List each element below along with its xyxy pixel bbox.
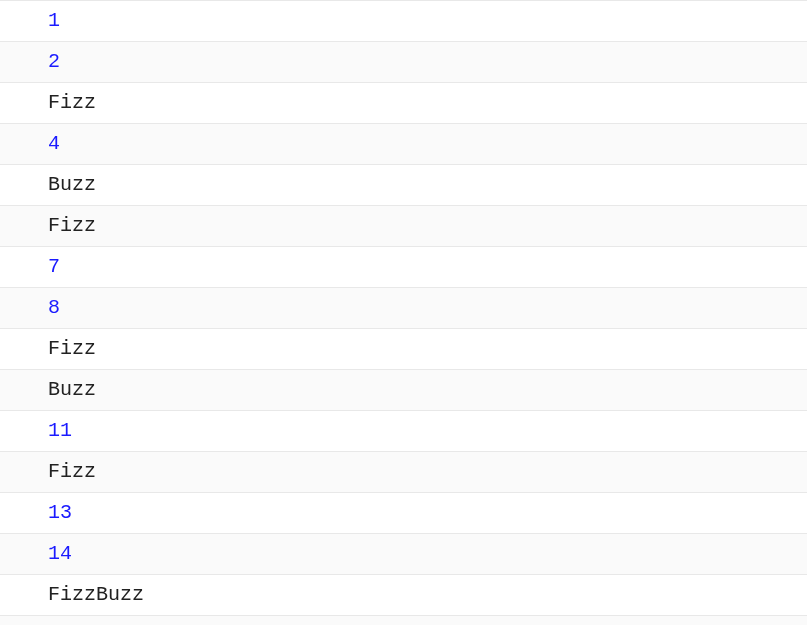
output-value: 8: [48, 296, 60, 319]
output-row: 13: [0, 493, 807, 534]
output-row: Buzz: [0, 370, 807, 411]
output-value: Buzz: [48, 173, 96, 196]
output-row: Fizz: [0, 329, 807, 370]
output-list: 1 2 Fizz 4 Buzz Fizz 7 8 Fizz Buzz 11 Fi…: [0, 0, 807, 625]
output-row: 2: [0, 42, 807, 83]
output-value: 11: [48, 419, 72, 442]
output-value: Fizz: [48, 337, 96, 360]
output-row: 4: [0, 124, 807, 165]
output-row: 7: [0, 247, 807, 288]
output-value: 1: [48, 9, 60, 32]
output-row: Fizz: [0, 83, 807, 124]
output-row: 16: [0, 616, 807, 625]
output-row: 1: [0, 0, 807, 42]
output-value: 14: [48, 542, 72, 565]
output-row: FizzBuzz: [0, 575, 807, 616]
output-value: 7: [48, 255, 60, 278]
output-value: Buzz: [48, 378, 96, 401]
output-row: Buzz: [0, 165, 807, 206]
output-value: Fizz: [48, 91, 96, 114]
output-value: 13: [48, 501, 72, 524]
output-value: Fizz: [48, 460, 96, 483]
output-row: 11: [0, 411, 807, 452]
output-value: 2: [48, 50, 60, 73]
output-row: Fizz: [0, 206, 807, 247]
output-row: 8: [0, 288, 807, 329]
output-value: 4: [48, 132, 60, 155]
output-row: Fizz: [0, 452, 807, 493]
output-value: Fizz: [48, 214, 96, 237]
output-value: FizzBuzz: [48, 583, 144, 606]
output-row: 14: [0, 534, 807, 575]
